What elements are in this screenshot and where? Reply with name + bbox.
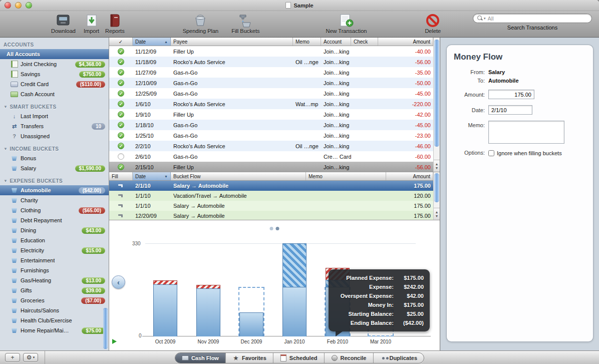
scrollbar-thumb[interactable] xyxy=(434,40,439,147)
toolbar-button-new-transaction[interactable]: New Transaction xyxy=(326,11,367,34)
column-header-payee[interactable]: Payee xyxy=(171,38,293,46)
sidebar-scrollbar-thumb[interactable] xyxy=(103,308,108,349)
column-header-status[interactable]: ✓ xyxy=(109,38,133,46)
column-header-date[interactable]: Date▲ xyxy=(133,38,171,46)
close-button[interactable] xyxy=(5,2,11,9)
sidebar-item-credit-card[interactable]: Credit Card($110.00) xyxy=(0,79,109,89)
sidebar-item-home-repair-mai[interactable]: Home Repair/Mai…$75.00 xyxy=(0,325,109,335)
column-header-fill[interactable]: Fill xyxy=(109,172,133,180)
disclosure-triangle-icon[interactable]: ▼ xyxy=(4,147,8,151)
search-input[interactable] xyxy=(488,16,587,22)
column-header-account[interactable]: Account xyxy=(321,38,351,46)
minimize-button[interactable] xyxy=(15,2,22,9)
ignore-filling-checkbox[interactable] xyxy=(488,150,494,156)
sidebar-item-transfers[interactable]: ⇄Transfers10 xyxy=(0,121,109,131)
sidebar-item-bonus[interactable]: Bonus xyxy=(0,153,109,163)
pager-dot[interactable] xyxy=(270,227,273,230)
sidebar-item-groceries[interactable]: Groceries($7.00) xyxy=(0,295,109,305)
overspent-bar[interactable] xyxy=(196,285,220,288)
transaction-row[interactable]: ✓2/15/10Filler UpJoin…king-56.00 xyxy=(109,162,433,172)
sidebar-item-education[interactable]: Education xyxy=(0,235,109,245)
add-button[interactable]: + xyxy=(5,353,20,362)
zoom-button[interactable] xyxy=(26,2,32,9)
toolbar-button-spending-plan[interactable]: Spending Plan xyxy=(183,11,219,34)
sidebar-item-charity[interactable]: Charity xyxy=(0,195,109,205)
sidebar-item-health-club-exercise[interactable]: Health Club/Exercise xyxy=(0,315,109,325)
fill-row[interactable]: 12/20/09Salary → Automobile175.00 xyxy=(109,211,433,220)
money-in-bar[interactable] xyxy=(282,287,307,336)
tab-reconcile[interactable]: Reconcile xyxy=(324,353,373,363)
tab-duplicates[interactable]: Duplicates xyxy=(373,353,424,363)
tab-favorites[interactable]: ★Favorites xyxy=(225,353,273,363)
sidebar-item-debt-repayment[interactable]: Debt Repayment xyxy=(0,215,109,225)
amount-field[interactable] xyxy=(488,90,534,99)
transaction-row[interactable]: ✓1/9/10Filler UpJoin…king-42.00 xyxy=(109,109,433,120)
sidebar-item-furnishings[interactable]: Furnishings xyxy=(0,265,109,275)
toolbar-button-delete[interactable]: Delete xyxy=(425,11,441,34)
disclosure-triangle-icon[interactable]: ▼ xyxy=(4,179,8,183)
fill-row[interactable]: 1/1/10Salary → Automobile175.00 xyxy=(109,201,433,211)
column-header-fill-date[interactable]: Date▼ xyxy=(133,172,171,180)
search-scope-arrow-icon[interactable]: ▾ xyxy=(484,17,486,21)
fill-row[interactable]: 2/1/10Salary → Automobile175.00 xyxy=(109,181,433,191)
overspent-bar[interactable] xyxy=(153,280,177,284)
sidebar-item-cash-account[interactable]: Cash Account xyxy=(0,89,109,99)
sidebar-item-automobile[interactable]: Automobile($42.00) xyxy=(0,185,109,195)
transaction-row[interactable]: ✓1/6/10Rocko's Auto ServiceWat…mpJoin…ki… xyxy=(109,99,433,109)
balance-used-bar[interactable] xyxy=(282,243,307,287)
disclosure-triangle-icon[interactable]: ▼ xyxy=(4,105,8,109)
scrollbar-thumb[interactable] xyxy=(434,173,439,202)
sidebar-item-unassigned[interactable]: ?Unassigned xyxy=(0,131,109,141)
sidebar-item-joint-checking[interactable]: Joint Checking$4,368.00 xyxy=(0,59,109,69)
column-header-memo[interactable]: Memo xyxy=(293,38,321,46)
transaction-row[interactable]: 2/6/10Gas-n-GoCre… Card-60.00 xyxy=(109,151,433,162)
sidebar-item-gas-heating[interactable]: Gas/Heating$13.00 xyxy=(0,275,109,285)
scrollbar-arrows[interactable]: ▲▼ xyxy=(434,160,440,172)
sidebar-item-haircuts-salons[interactable]: Haircuts/Salons xyxy=(0,305,109,315)
fills-scrollbar[interactable]: ▲▼ xyxy=(433,172,440,220)
tab-scheduled[interactable]: Scheduled xyxy=(273,353,324,363)
money-in-bar[interactable] xyxy=(153,284,177,336)
toolbar-button-reports[interactable]: Reports xyxy=(105,11,125,34)
transaction-row[interactable]: ✓12/10/09Gas-n-GoJoin…king-50.00 xyxy=(109,78,433,88)
sidebar-item-last-import[interactable]: ↓Last Import xyxy=(0,111,109,121)
scroll-down-icon[interactable]: ▼ xyxy=(435,166,439,170)
transaction-row[interactable]: ✓11/18/09Rocko's Auto ServiceOil …ngeJoi… xyxy=(109,57,433,67)
sidebar-item-all-accounts[interactable]: All Accounts xyxy=(0,49,109,59)
ignore-filling-option[interactable]: Ignore when filling buckets xyxy=(488,150,562,156)
pager-dot-active[interactable] xyxy=(276,227,279,230)
transaction-row[interactable]: ✓11/27/09Gas-n-GoJoin…king-35.00 xyxy=(109,67,433,78)
money-in-bar[interactable] xyxy=(239,312,263,336)
memo-field[interactable] xyxy=(488,121,564,144)
sidebar-item-salary[interactable]: Salary$1,590.00 xyxy=(0,163,109,173)
column-header-check[interactable]: Check xyxy=(351,38,378,46)
scroll-down-icon[interactable]: ▼ xyxy=(435,214,439,218)
scroll-up-icon[interactable]: ▲ xyxy=(435,210,439,214)
transaction-row[interactable]: ✓1/25/10Gas-n-GoJoin…king-23.00 xyxy=(109,130,433,141)
transaction-row[interactable]: ✓2/2/10Rocko's Auto ServiceOil …ngeJoin…… xyxy=(109,141,433,151)
fill-row[interactable]: 1/1/10Vacation/Travel → Automobile120.00 xyxy=(109,191,433,201)
tab-cash-flow[interactable]: Cash Flow xyxy=(175,353,225,363)
column-header-fill-memo[interactable]: Memo xyxy=(306,172,386,180)
sidebar-item-electricity[interactable]: Electricity$15.00 xyxy=(0,245,109,255)
sidebar-item-dining[interactable]: Dining$43.00 xyxy=(0,225,109,235)
chart-prev-button[interactable]: ‹ xyxy=(112,275,125,289)
transactions-scrollbar[interactable]: ▲▼ xyxy=(433,38,440,172)
column-header-fill-amount[interactable]: Amount xyxy=(386,172,433,180)
money-in-bar[interactable] xyxy=(196,288,220,336)
scroll-up-icon[interactable]: ▲ xyxy=(435,162,439,166)
transaction-row[interactable]: ✓12/25/09Gas-n-GoJoin…king-45.00 xyxy=(109,88,433,99)
transaction-row[interactable]: ✓1/18/10Gas-n-GoJoin…king-45.00 xyxy=(109,120,433,130)
toolbar-button-download[interactable]: Download xyxy=(51,11,76,34)
search-field[interactable]: ▾ xyxy=(473,14,592,23)
sidebar-item-gifts[interactable]: Gifts$39.00 xyxy=(0,285,109,295)
scrollbar-arrows[interactable]: ▲▼ xyxy=(434,208,440,220)
sidebar-item-clothing[interactable]: Clothing($65.00) xyxy=(0,205,109,215)
action-menu-button[interactable]: ⚙▾ xyxy=(23,353,38,362)
column-header-bucket-flow[interactable]: Bucket Flow xyxy=(171,172,306,180)
timeline-marker-icon[interactable] xyxy=(112,339,117,344)
sidebar-item-savings[interactable]: Savings$750.00 xyxy=(0,69,109,79)
transaction-row[interactable]: ✓11/12/09Filler UpJoin…king-40.00 xyxy=(109,46,433,57)
column-header-amount[interactable]: Amount xyxy=(378,38,433,46)
toolbar-button-fill-buckets[interactable]: Fill Buckets xyxy=(231,11,259,34)
